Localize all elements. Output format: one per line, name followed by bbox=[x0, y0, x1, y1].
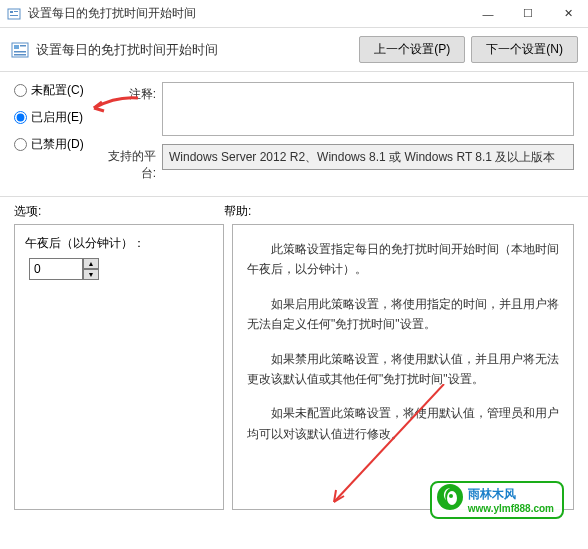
svg-rect-8 bbox=[14, 54, 26, 56]
radio-unconfigured[interactable]: 未配置(C) bbox=[14, 82, 94, 99]
radio-enabled[interactable]: 已启用(E) bbox=[14, 109, 94, 126]
radio-group: 未配置(C) 已启用(E) 已禁用(D) bbox=[14, 82, 94, 190]
svg-rect-2 bbox=[14, 11, 18, 12]
help-text-4: 如果未配置此策略设置，将使用默认值，管理员和用户均可以对该默认值进行修改。 bbox=[247, 403, 559, 444]
radio-disabled-input[interactable] bbox=[14, 138, 27, 151]
svg-rect-5 bbox=[14, 45, 19, 49]
app-icon bbox=[6, 6, 22, 22]
options-label: 选项: bbox=[14, 203, 224, 220]
panels: 午夜后（以分钟计）： ▲ ▼ 此策略设置指定每日的免打扰时间开始时间（本地时间午… bbox=[0, 224, 588, 524]
titlebar: 设置每日的免打扰时间开始时间 — ☐ ✕ bbox=[0, 0, 588, 28]
comment-input[interactable] bbox=[162, 82, 574, 136]
section-labels: 选项: 帮助: bbox=[0, 197, 588, 224]
help-label: 帮助: bbox=[224, 203, 574, 220]
radio-unconfigured-input[interactable] bbox=[14, 84, 27, 97]
svg-rect-7 bbox=[14, 51, 26, 53]
spin-up-button[interactable]: ▲ bbox=[83, 258, 99, 269]
svg-rect-1 bbox=[10, 11, 13, 13]
window-controls: — ☐ ✕ bbox=[468, 0, 588, 28]
help-text-3: 如果禁用此策略设置，将使用默认值，并且用户将无法更改该默认值或其他任何"免打扰时… bbox=[247, 349, 559, 390]
options-panel: 午夜后（以分钟计）： ▲ ▼ bbox=[14, 224, 224, 510]
svg-rect-0 bbox=[8, 9, 20, 19]
spin-down-button[interactable]: ▼ bbox=[83, 269, 99, 280]
svg-rect-3 bbox=[10, 15, 18, 16]
close-button[interactable]: ✕ bbox=[548, 0, 588, 28]
radio-disabled-label: 已禁用(D) bbox=[31, 136, 84, 153]
help-text-2: 如果启用此策略设置，将使用指定的时间，并且用户将无法自定义任何"免打扰时间"设置… bbox=[247, 294, 559, 335]
radio-disabled[interactable]: 已禁用(D) bbox=[14, 136, 94, 153]
prev-setting-button[interactable]: 上一个设置(P) bbox=[359, 36, 465, 63]
minutes-input[interactable] bbox=[29, 258, 83, 280]
policy-title: 设置每日的免打扰时间开始时间 bbox=[36, 41, 218, 59]
next-setting-button[interactable]: 下一个设置(N) bbox=[471, 36, 578, 63]
platform-label: 支持的平台: bbox=[102, 144, 162, 182]
help-text-1: 此策略设置指定每日的免打扰时间开始时间（本地时间午夜后，以分钟计）。 bbox=[247, 239, 559, 280]
header-row: 设置每日的免打扰时间开始时间 上一个设置(P) 下一个设置(N) bbox=[0, 28, 588, 72]
minutes-label: 午夜后（以分钟计）： bbox=[25, 235, 213, 252]
radio-unconfigured-label: 未配置(C) bbox=[31, 82, 84, 99]
platform-value: Windows Server 2012 R2、Windows 8.1 或 Win… bbox=[162, 144, 574, 170]
comment-label: 注释: bbox=[102, 82, 162, 136]
window-title: 设置每日的免打扰时间开始时间 bbox=[28, 5, 468, 22]
maximize-button[interactable]: ☐ bbox=[508, 0, 548, 28]
config-area: 未配置(C) 已启用(E) 已禁用(D) 注释: 支持的平台: Windows … bbox=[0, 72, 588, 197]
radio-enabled-input[interactable] bbox=[14, 111, 27, 124]
minimize-button[interactable]: — bbox=[468, 0, 508, 28]
svg-rect-6 bbox=[20, 45, 26, 47]
policy-icon bbox=[10, 40, 30, 60]
help-panel[interactable]: 此策略设置指定每日的免打扰时间开始时间（本地时间午夜后，以分钟计）。 如果启用此… bbox=[232, 224, 574, 510]
radio-enabled-label: 已启用(E) bbox=[31, 109, 83, 126]
